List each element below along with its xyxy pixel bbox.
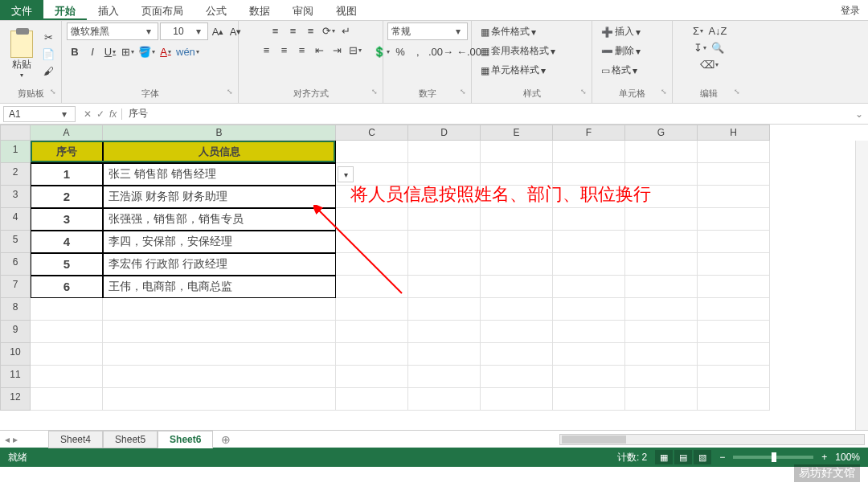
cell[interactable] (31, 366, 103, 388)
cell[interactable] (553, 253, 625, 276)
cell[interactable] (31, 343, 103, 366)
cell[interactable] (336, 298, 408, 321)
row-header[interactable]: 1 (0, 141, 31, 163)
cell[interactable] (481, 388, 553, 411)
cell[interactable] (31, 321, 103, 343)
cell[interactable] (103, 388, 336, 411)
tab-review[interactable]: 审阅 (281, 0, 325, 20)
cell[interactable] (553, 388, 625, 411)
vertical-scrollbar[interactable] (855, 141, 868, 430)
underline-button[interactable]: U (102, 43, 118, 59)
cancel-icon[interactable]: ✕ (84, 108, 92, 120)
clear-icon[interactable]: ⌫ (699, 56, 719, 72)
col-header-B[interactable]: B (103, 125, 336, 141)
cell[interactable] (408, 388, 481, 411)
cell[interactable] (625, 231, 698, 253)
cell[interactable]: 张强强，销售部，销售专员 (103, 208, 336, 231)
formula-input[interactable]: 序号 (122, 105, 850, 122)
cell[interactable]: 1 (31, 163, 103, 186)
cell[interactable] (31, 298, 103, 321)
cell[interactable] (481, 276, 553, 298)
cell[interactable]: 李宏伟 行政部 行政经理 (103, 253, 336, 276)
row-header[interactable]: 6 (0, 253, 31, 276)
cell[interactable]: 3 (31, 208, 103, 231)
expand-formula-icon[interactable]: ⌄ (850, 108, 868, 120)
row-header[interactable]: 5 (0, 231, 31, 253)
col-header-G[interactable]: G (625, 125, 698, 141)
zoom-out-icon[interactable]: − (719, 452, 725, 463)
row-header[interactable]: 4 (0, 208, 31, 231)
cell[interactable] (625, 208, 698, 231)
zoom-in-icon[interactable]: + (821, 452, 827, 463)
cell[interactable] (481, 366, 553, 388)
indent-increase-icon[interactable]: ⇥ (330, 42, 346, 58)
format-painter-icon[interactable]: 🖌 (40, 63, 56, 80)
view-normal-icon[interactable]: ▦ (655, 450, 673, 464)
cell[interactable] (336, 343, 408, 366)
cell[interactable] (625, 253, 698, 276)
cut-icon[interactable]: ✂ (40, 30, 56, 46)
font-name-select[interactable]: 微软雅黑▾ (67, 22, 158, 40)
login-link[interactable]: 登录 (833, 0, 868, 20)
align-center-icon[interactable]: ≡ (276, 42, 293, 58)
cell[interactable] (336, 388, 408, 411)
view-layout-icon[interactable]: ▤ (674, 450, 692, 464)
cell[interactable] (481, 298, 553, 321)
bold-button[interactable]: B (67, 43, 83, 59)
horizontal-scrollbar[interactable] (559, 434, 865, 445)
increase-decimal-icon[interactable]: .00→ (428, 43, 454, 59)
tab-file[interactable]: 文件 (0, 0, 43, 20)
cell-style-button[interactable]: ▦单元格样式▾ (477, 61, 550, 80)
cell[interactable] (553, 208, 625, 231)
cell[interactable] (698, 208, 770, 231)
cell[interactable] (553, 321, 625, 343)
cell[interactable]: 2 (31, 186, 103, 208)
cell[interactable] (625, 366, 698, 388)
insert-cells-button[interactable]: ➕插入 ▾ (597, 22, 645, 41)
cell[interactable] (553, 141, 625, 163)
select-all-corner[interactable] (0, 125, 31, 141)
cell[interactable] (408, 231, 481, 253)
cell[interactable]: 5 (31, 253, 103, 276)
zoom-level[interactable]: 100% (835, 452, 860, 463)
number-format-select[interactable]: 常规▾ (387, 22, 468, 40)
view-break-icon[interactable]: ▧ (694, 450, 711, 464)
cell[interactable] (408, 343, 481, 366)
cell[interactable]: 人员信息 (103, 141, 336, 163)
cell[interactable] (698, 276, 770, 298)
cell[interactable] (336, 276, 408, 298)
tab-formulas[interactable]: 公式 (194, 0, 238, 20)
cell[interactable]: 张三 销售部 销售经理 (103, 163, 336, 186)
row-header[interactable]: 10 (0, 343, 31, 366)
cell[interactable] (481, 321, 553, 343)
phonetic-button[interactable]: wén (175, 43, 200, 59)
cell[interactable] (336, 366, 408, 388)
cell[interactable] (481, 141, 553, 163)
cell[interactable] (553, 231, 625, 253)
add-sheet-button[interactable]: ⊕ (213, 433, 239, 446)
paste-button[interactable]: 粘贴 ▾ (5, 31, 39, 79)
cell[interactable] (698, 186, 770, 208)
cell[interactable] (408, 298, 481, 321)
fx-icon[interactable]: fx (109, 108, 117, 120)
cell[interactable] (553, 343, 625, 366)
cell[interactable] (481, 231, 553, 253)
tab-data[interactable]: 数据 (238, 0, 281, 20)
cell[interactable] (408, 141, 481, 163)
cell[interactable] (103, 321, 336, 343)
wrap-text-icon[interactable]: ↵ (338, 22, 354, 39)
find-icon[interactable]: 🔍 (710, 39, 726, 55)
col-header-A[interactable]: A (31, 125, 103, 141)
cell[interactable] (625, 298, 698, 321)
cell[interactable]: 王浩源 财务部 财务助理 (103, 186, 336, 208)
cell[interactable] (698, 366, 770, 388)
cell[interactable] (31, 388, 103, 411)
zoom-slider[interactable] (733, 456, 813, 459)
cell[interactable]: 李四，安保部，安保经理 (103, 231, 336, 253)
col-header-H[interactable]: H (698, 125, 770, 141)
row-header[interactable]: 7 (0, 276, 31, 298)
cell[interactable] (625, 141, 698, 163)
percent-icon[interactable]: % (392, 43, 408, 59)
cell[interactable] (553, 276, 625, 298)
align-bottom-icon[interactable]: ≡ (303, 22, 319, 39)
